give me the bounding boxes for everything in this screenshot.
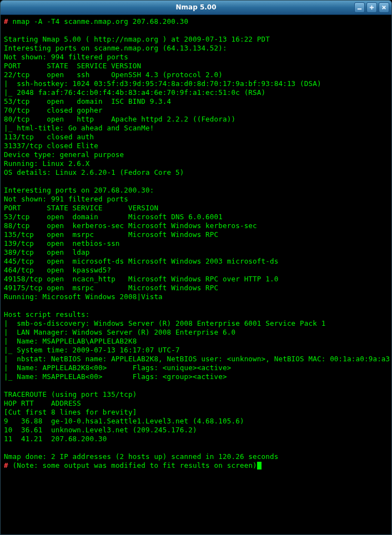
prompt-hash: # [4, 17, 8, 26]
host1-port-line: |_ html-title: Go ahead and ScanMe! [4, 124, 154, 132]
host1-port-line: 80/tcp open http Apache httpd 2.2.2 ((Fe… [4, 115, 235, 123]
cursor [257, 462, 262, 470]
host2-port-line: 88/tcp open kerberos-sec Microsoft Windo… [4, 221, 257, 230]
host2-port-line: 53/tcp open domain Microsoft DNS 6.0.600… [4, 213, 223, 221]
host1-port-line: 22/tcp open ssh OpenSSH 4.3 (protocol 2.… [4, 70, 223, 79]
host1-device: Device type: general purpose [4, 150, 124, 159]
host2-port-line: 139/tcp open netbios-ssn [4, 239, 120, 248]
host1-cols: PORT STATE SERVICE VERSION [4, 62, 141, 70]
maximize-button[interactable] [366, 2, 377, 13]
host2-port-line: 464/tcp open kpasswd5? [4, 266, 111, 274]
script-line: | smb-os-discovery: Windows Server (R) 2… [4, 319, 325, 327]
host1-os: OS details: Linux 2.6.20-1 (Fedora Core … [4, 168, 184, 176]
traceroute-hop: 10 36.61 unknown.Level3.net (209.245.176… [4, 426, 197, 434]
traceroute-hop: 9 36.88 ge-10-0.hsa1.Seattle1.Level3.net… [4, 417, 244, 425]
traceroute-header: TRACEROUTE (using port 135/tcp) [4, 390, 137, 398]
host1-running: Running: Linux 2.6.X [4, 159, 90, 168]
traceroute-hop: 11 41.21 207.68.200.30 [4, 435, 107, 443]
host2-port-line: 135/tcp open msrpc Microsoft Windows RPC [4, 230, 218, 239]
titlebar[interactable]: Nmap 5.00 [1, 1, 391, 15]
host2-running: Running: Microsoft Windows 2008|Vista [4, 292, 163, 301]
terminal-body[interactable]: # nmap -A -T4 scanme.nmap.org 207.68.200… [1, 15, 391, 534]
host2-port-line: 389/tcp open ldap [4, 248, 90, 256]
host1-port-line: 53/tcp open domain ISC BIND 9.3.4 [4, 97, 171, 105]
output-start: Starting Nmap 5.00 ( http://nmap.org ) a… [4, 35, 270, 43]
host1-not-shown: Not shown: 994 filtered ports [4, 53, 128, 61]
host2-not-shown: Not shown: 991 filtered ports [4, 195, 128, 203]
close-icon [381, 4, 387, 11]
host2-port-line: 49158/tcp open ncacn_http Microsoft Wind… [4, 275, 278, 283]
traceroute-cols: HOP RTT ADDRESS [4, 399, 81, 407]
titlebar-controls [354, 2, 389, 13]
host1-port-line: 31337/tcp closed Elite [4, 142, 98, 150]
script-line: | nbstat: NetBIOS name: APPLELAB2K8, Net… [4, 355, 391, 363]
terminal-window: Nmap 5.00 # nmap -A -T4 scanme.nmap.org … [0, 0, 392, 535]
nmap-done: Nmap done: 2 IP addresses (2 hosts up) s… [4, 452, 278, 461]
script-line: |_ System time: 2009-07-13 16:17:07 UTC-… [4, 346, 180, 354]
command-line: nmap -A -T4 scanme.nmap.org 207.68.200.3… [12, 17, 188, 26]
window-title: Nmap 5.00 [175, 3, 216, 12]
host1-port-line: | ssh-hostkey: 1024 03:5f:d3:9d:95:74:8a… [4, 79, 321, 88]
host2-port-line: 49175/tcp open msrpc Microsoft Windows R… [4, 284, 218, 292]
host1-header: Interesting ports on scanme.nmap.org (64… [4, 44, 227, 52]
prompt-hash: # [4, 461, 8, 470]
host2-header: Interesting ports on 207.68.200.30: [4, 186, 154, 194]
traceroute-cut: [Cut first 8 lines for brevity] [4, 408, 137, 416]
script-line: | Name: APPLELAB2K8<00> Flags: <unique><… [4, 364, 231, 372]
footer-note: (Note: some output was modified to fit r… [12, 461, 257, 470]
script-header: Host script results: [4, 310, 90, 319]
minimize-button[interactable] [354, 2, 365, 13]
script-line: | LAN Manager: Windows Server (R) 2008 E… [4, 328, 235, 336]
script-line: |_ Name: MSAPPLELAB<00> Flags: <group><a… [4, 372, 227, 381]
maximize-icon [369, 4, 375, 11]
host2-port-line: 445/tcp open microsoft-ds Microsoft Wind… [4, 257, 278, 265]
host1-port-line: |_ 2048 fa:af:76:4c:b0:f4:4b:83:a4:6e:70… [4, 88, 265, 97]
host1-port-line: 113/tcp closed auth [4, 133, 94, 141]
close-button[interactable] [379, 2, 389, 13]
host1-port-line: 70/tcp closed gopher [4, 106, 103, 114]
minimize-icon [356, 4, 363, 11]
host2-cols: PORT STATE SERVICE VERSION [4, 204, 158, 212]
script-line: | Name: MSAPPLELAB\APPLELAB2K8 [4, 337, 137, 345]
